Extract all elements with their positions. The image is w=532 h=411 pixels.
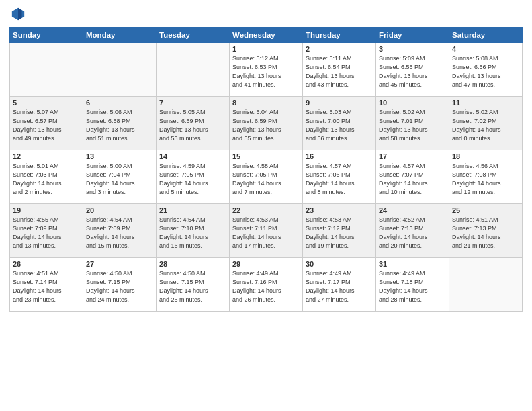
day-info: Sunrise: 5:11 AM Sunset: 6:54 PM Dayligh… (306, 54, 373, 89)
day-number: 4 (452, 45, 519, 53)
calendar-week-2: 5Sunrise: 5:07 AM Sunset: 6:57 PM Daylig… (10, 97, 523, 150)
calendar-cell: 21Sunrise: 4:54 AM Sunset: 7:10 PM Dayli… (157, 204, 230, 258)
day-info: Sunrise: 4:57 AM Sunset: 7:06 PM Dayligh… (306, 162, 373, 197)
page: SundayMondayTuesdayWednesdayThursdayFrid… (0, 0, 532, 411)
calendar-cell: 26Sunrise: 4:51 AM Sunset: 7:14 PM Dayli… (10, 258, 83, 312)
day-number: 22 (232, 206, 300, 214)
calendar-cell: 23Sunrise: 4:53 AM Sunset: 7:12 PM Dayli… (303, 204, 376, 258)
day-info: Sunrise: 5:04 AM Sunset: 6:59 PM Dayligh… (232, 108, 300, 143)
day-number: 18 (452, 152, 519, 161)
calendar-cell: 31Sunrise: 4:49 AM Sunset: 7:18 PM Dayli… (376, 258, 449, 312)
day-info: Sunrise: 5:12 AM Sunset: 6:53 PM Dayligh… (232, 54, 300, 89)
day-number: 2 (306, 45, 373, 53)
calendar-cell: 28Sunrise: 4:50 AM Sunset: 7:15 PM Dayli… (157, 258, 230, 312)
day-number: 12 (13, 152, 80, 161)
calendar-cell: 15Sunrise: 4:58 AM Sunset: 7:05 PM Dayli… (230, 150, 303, 204)
day-info: Sunrise: 5:09 AM Sunset: 6:55 PM Dayligh… (379, 54, 446, 89)
day-number: 29 (232, 260, 300, 268)
day-number: 14 (159, 152, 226, 161)
day-info: Sunrise: 5:07 AM Sunset: 6:57 PM Dayligh… (13, 108, 80, 143)
calendar-cell (83, 43, 157, 97)
day-info: Sunrise: 5:03 AM Sunset: 7:00 PM Dayligh… (306, 108, 373, 143)
calendar-cell: 18Sunrise: 4:56 AM Sunset: 7:08 PM Dayli… (449, 150, 523, 204)
calendar-week-3: 12Sunrise: 5:01 AM Sunset: 7:03 PM Dayli… (10, 150, 523, 204)
calendar-cell: 3Sunrise: 5:09 AM Sunset: 6:55 PM Daylig… (376, 43, 449, 97)
day-info: Sunrise: 5:06 AM Sunset: 6:58 PM Dayligh… (86, 108, 153, 143)
calendar-week-4: 19Sunrise: 4:55 AM Sunset: 7:09 PM Dayli… (10, 204, 523, 258)
day-number: 15 (232, 152, 300, 161)
calendar-cell: 16Sunrise: 4:57 AM Sunset: 7:06 PM Dayli… (303, 150, 376, 204)
calendar-cell: 8Sunrise: 5:04 AM Sunset: 6:59 PM Daylig… (230, 97, 303, 150)
calendar-header-friday: Friday (376, 28, 449, 43)
calendar-cell: 17Sunrise: 4:57 AM Sunset: 7:07 PM Dayli… (376, 150, 449, 204)
day-number: 9 (306, 99, 373, 107)
calendar-cell: 30Sunrise: 4:49 AM Sunset: 7:17 PM Dayli… (303, 258, 376, 312)
calendar-cell: 14Sunrise: 4:59 AM Sunset: 7:05 PM Dayli… (157, 150, 230, 204)
calendar-week-5: 26Sunrise: 4:51 AM Sunset: 7:14 PM Dayli… (10, 258, 523, 312)
day-number: 3 (379, 45, 446, 53)
day-number: 13 (86, 152, 153, 161)
day-number: 10 (379, 99, 446, 107)
calendar-cell: 4Sunrise: 5:08 AM Sunset: 6:56 PM Daylig… (449, 43, 523, 97)
day-info: Sunrise: 4:49 AM Sunset: 7:16 PM Dayligh… (232, 269, 300, 304)
calendar-cell: 7Sunrise: 5:05 AM Sunset: 6:59 PM Daylig… (157, 97, 230, 150)
day-info: Sunrise: 5:05 AM Sunset: 6:59 PM Dayligh… (159, 108, 226, 143)
day-number: 25 (452, 206, 519, 214)
calendar-cell: 24Sunrise: 4:52 AM Sunset: 7:13 PM Dayli… (376, 204, 449, 258)
day-number: 11 (452, 99, 519, 107)
calendar-cell: 11Sunrise: 5:02 AM Sunset: 7:02 PM Dayli… (449, 97, 523, 150)
day-number: 16 (306, 152, 373, 161)
calendar-week-1: 1Sunrise: 5:12 AM Sunset: 6:53 PM Daylig… (10, 43, 523, 97)
calendar: SundayMondayTuesdayWednesdayThursdayFrid… (9, 27, 523, 312)
calendar-cell: 22Sunrise: 4:53 AM Sunset: 7:11 PM Dayli… (230, 204, 303, 258)
calendar-header-tuesday: Tuesday (157, 28, 230, 43)
calendar-cell: 1Sunrise: 5:12 AM Sunset: 6:53 PM Daylig… (230, 43, 303, 97)
logo (9, 7, 26, 21)
day-number: 21 (159, 206, 226, 214)
calendar-cell (157, 43, 230, 97)
day-number: 5 (13, 99, 80, 107)
day-number: 8 (232, 99, 300, 107)
calendar-header-saturday: Saturday (449, 28, 523, 43)
day-info: Sunrise: 4:54 AM Sunset: 7:09 PM Dayligh… (86, 216, 153, 250)
calendar-header-wednesday: Wednesday (230, 28, 303, 43)
day-info: Sunrise: 4:54 AM Sunset: 7:10 PM Dayligh… (159, 216, 226, 250)
day-number: 1 (232, 45, 300, 53)
calendar-cell: 13Sunrise: 5:00 AM Sunset: 7:04 PM Dayli… (83, 150, 157, 204)
calendar-cell: 6Sunrise: 5:06 AM Sunset: 6:58 PM Daylig… (83, 97, 157, 150)
calendar-cell: 20Sunrise: 4:54 AM Sunset: 7:09 PM Dayli… (83, 204, 157, 258)
day-number: 27 (86, 260, 153, 268)
calendar-cell (10, 43, 83, 97)
calendar-header-sunday: Sunday (10, 28, 83, 43)
day-number: 6 (86, 99, 153, 107)
calendar-header-thursday: Thursday (303, 28, 376, 43)
day-info: Sunrise: 4:50 AM Sunset: 7:15 PM Dayligh… (159, 269, 226, 304)
logo-text (9, 7, 26, 21)
calendar-cell: 9Sunrise: 5:03 AM Sunset: 7:00 PM Daylig… (303, 97, 376, 150)
day-number: 7 (159, 99, 226, 107)
day-info: Sunrise: 5:01 AM Sunset: 7:03 PM Dayligh… (13, 162, 80, 197)
day-number: 20 (86, 206, 153, 214)
day-info: Sunrise: 4:50 AM Sunset: 7:15 PM Dayligh… (86, 269, 153, 304)
day-number: 17 (379, 152, 446, 161)
calendar-header-monday: Monday (83, 28, 157, 43)
day-number: 19 (13, 206, 80, 214)
day-info: Sunrise: 5:08 AM Sunset: 6:56 PM Dayligh… (452, 54, 519, 89)
calendar-cell: 27Sunrise: 4:50 AM Sunset: 7:15 PM Dayli… (83, 258, 157, 312)
calendar-cell: 25Sunrise: 4:51 AM Sunset: 7:13 PM Dayli… (449, 204, 523, 258)
day-number: 26 (13, 260, 80, 268)
day-info: Sunrise: 4:51 AM Sunset: 7:13 PM Dayligh… (452, 216, 519, 250)
day-info: Sunrise: 4:53 AM Sunset: 7:11 PM Dayligh… (232, 216, 300, 250)
day-number: 28 (159, 260, 226, 268)
day-info: Sunrise: 5:02 AM Sunset: 7:02 PM Dayligh… (452, 108, 519, 143)
logo-icon (11, 7, 26, 21)
calendar-header-row: SundayMondayTuesdayWednesdayThursdayFrid… (10, 28, 523, 43)
day-info: Sunrise: 4:57 AM Sunset: 7:07 PM Dayligh… (379, 162, 446, 197)
day-info: Sunrise: 5:02 AM Sunset: 7:01 PM Dayligh… (379, 108, 446, 143)
day-info: Sunrise: 5:00 AM Sunset: 7:04 PM Dayligh… (86, 162, 153, 197)
calendar-cell: 2Sunrise: 5:11 AM Sunset: 6:54 PM Daylig… (303, 43, 376, 97)
calendar-cell: 12Sunrise: 5:01 AM Sunset: 7:03 PM Dayli… (10, 150, 83, 204)
calendar-cell: 10Sunrise: 5:02 AM Sunset: 7:01 PM Dayli… (376, 97, 449, 150)
day-number: 23 (306, 206, 373, 214)
day-info: Sunrise: 4:49 AM Sunset: 7:17 PM Dayligh… (306, 269, 373, 304)
